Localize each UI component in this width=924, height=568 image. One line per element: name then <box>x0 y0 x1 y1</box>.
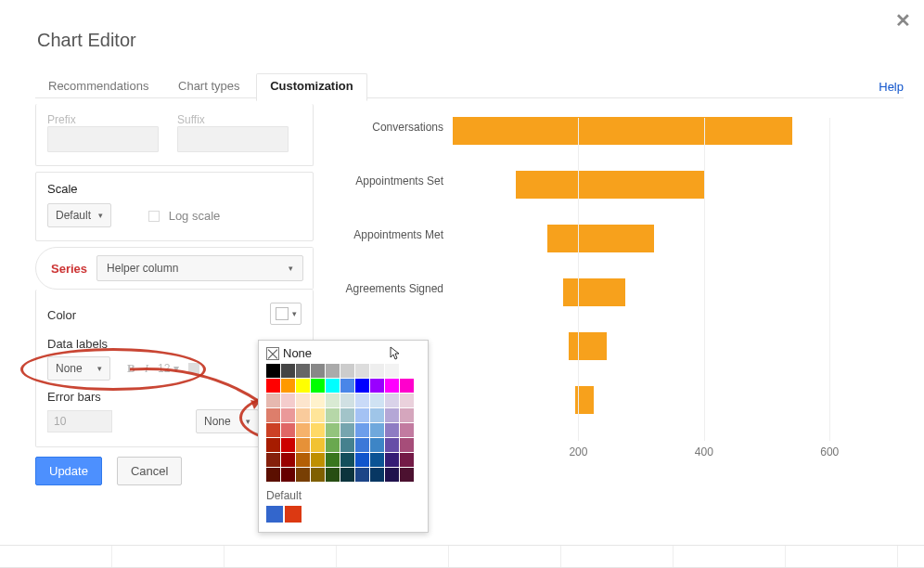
color-swatch[interactable] <box>296 438 310 452</box>
color-swatch[interactable] <box>370 423 384 437</box>
color-swatch[interactable] <box>370 453 384 467</box>
color-swatch[interactable] <box>311 408 325 422</box>
color-swatch[interactable] <box>281 408 295 422</box>
color-swatch[interactable] <box>266 379 280 393</box>
tab-customization[interactable]: Customization <box>256 73 367 101</box>
color-swatch[interactable] <box>281 468 295 482</box>
suffix-input[interactable] <box>177 126 289 152</box>
color-swatch[interactable] <box>281 364 295 378</box>
color-swatch[interactable] <box>355 364 369 378</box>
color-swatch[interactable] <box>385 379 399 393</box>
color-swatch[interactable] <box>400 364 414 378</box>
help-link[interactable]: Help <box>879 80 904 94</box>
color-swatch[interactable] <box>281 438 295 452</box>
tab-chart-types[interactable]: Chart types <box>165 74 252 100</box>
color-swatch[interactable] <box>400 468 414 482</box>
color-swatch[interactable] <box>340 468 354 482</box>
color-swatch[interactable] <box>385 453 399 467</box>
color-none-option[interactable]: None <box>266 346 420 360</box>
error-bars-input[interactable] <box>47 410 112 432</box>
color-swatch[interactable] <box>400 438 414 452</box>
color-swatch[interactable] <box>340 408 354 422</box>
scale-select[interactable]: Default ▾ <box>47 203 111 227</box>
color-swatch[interactable] <box>355 394 369 407</box>
color-swatch[interactable] <box>355 379 369 393</box>
color-swatch[interactable] <box>311 468 325 482</box>
color-swatch[interactable] <box>400 453 414 467</box>
color-swatch[interactable] <box>385 423 399 437</box>
tab-recommendations[interactable]: Recommendations <box>35 74 161 100</box>
prefix-input[interactable] <box>47 126 159 152</box>
color-swatch[interactable] <box>311 394 325 407</box>
color-swatch[interactable] <box>355 468 369 482</box>
color-swatch[interactable] <box>340 379 354 393</box>
color-swatch[interactable] <box>370 468 384 482</box>
color-swatch[interactable] <box>266 364 280 378</box>
series-select[interactable]: Helper column ▾ <box>96 255 303 281</box>
color-swatch[interactable] <box>400 379 414 393</box>
series-color-button[interactable]: ▾ <box>270 303 302 325</box>
color-swatch[interactable] <box>400 408 414 422</box>
color-swatch[interactable] <box>385 364 399 378</box>
color-swatch[interactable] <box>326 438 340 452</box>
color-swatch[interactable] <box>296 423 310 437</box>
color-swatch[interactable] <box>400 423 414 437</box>
color-swatch[interactable] <box>281 453 295 467</box>
color-swatch[interactable] <box>281 379 295 393</box>
color-swatch[interactable] <box>266 438 280 452</box>
color-swatch[interactable] <box>311 438 325 452</box>
color-swatch[interactable] <box>370 379 384 393</box>
color-swatch[interactable] <box>370 364 384 378</box>
close-icon[interactable]: ✕ <box>895 9 911 32</box>
color-swatch[interactable] <box>340 394 354 407</box>
color-swatch[interactable] <box>400 394 414 407</box>
color-swatch[interactable] <box>266 468 280 482</box>
color-swatch[interactable] <box>326 423 340 437</box>
color-swatch[interactable] <box>355 438 369 452</box>
color-swatch[interactable] <box>326 364 340 378</box>
text-color-icon[interactable] <box>188 363 199 374</box>
bold-icon[interactable]: B <box>127 361 135 376</box>
color-swatch[interactable] <box>266 423 280 437</box>
color-swatch[interactable] <box>385 394 399 407</box>
color-swatch[interactable] <box>281 423 295 437</box>
italic-icon[interactable]: I <box>145 361 148 376</box>
log-scale-checkbox[interactable]: Log scale <box>148 209 220 223</box>
color-swatch[interactable] <box>340 364 354 378</box>
color-swatch[interactable] <box>296 364 310 378</box>
cancel-button[interactable]: Cancel <box>117 457 182 485</box>
color-swatch[interactable] <box>370 394 384 407</box>
color-swatch[interactable] <box>311 364 325 378</box>
color-swatch[interactable] <box>266 408 280 422</box>
color-swatch[interactable] <box>340 438 354 452</box>
color-swatch[interactable] <box>281 394 295 407</box>
color-swatch[interactable] <box>326 468 340 482</box>
color-swatch[interactable] <box>296 394 310 407</box>
color-swatch[interactable] <box>385 438 399 452</box>
color-swatch[interactable] <box>326 408 340 422</box>
color-swatch[interactable] <box>326 379 340 393</box>
color-swatch[interactable] <box>355 408 369 422</box>
color-swatch[interactable] <box>296 468 310 482</box>
color-swatch[interactable] <box>385 468 399 482</box>
color-swatch[interactable] <box>311 379 325 393</box>
color-swatch[interactable] <box>370 438 384 452</box>
error-bars-select[interactable]: None ▾ <box>196 409 259 433</box>
default-color-swatch[interactable] <box>266 506 283 523</box>
color-swatch[interactable] <box>340 423 354 437</box>
color-swatch[interactable] <box>326 453 340 467</box>
data-labels-select[interactable]: None ▾ <box>47 356 110 381</box>
color-swatch[interactable] <box>311 423 325 437</box>
color-swatch[interactable] <box>296 379 310 393</box>
color-swatch[interactable] <box>266 453 280 467</box>
update-button[interactable]: Update <box>35 457 102 485</box>
color-swatch[interactable] <box>296 453 310 467</box>
font-size-select[interactable]: 12 ▾ <box>158 362 179 375</box>
color-swatch[interactable] <box>326 394 340 407</box>
color-swatch[interactable] <box>296 408 310 422</box>
color-swatch[interactable] <box>311 453 325 467</box>
color-swatch[interactable] <box>355 423 369 437</box>
color-swatch[interactable] <box>340 453 354 467</box>
color-swatch[interactable] <box>385 408 399 422</box>
color-swatch[interactable] <box>266 394 280 407</box>
